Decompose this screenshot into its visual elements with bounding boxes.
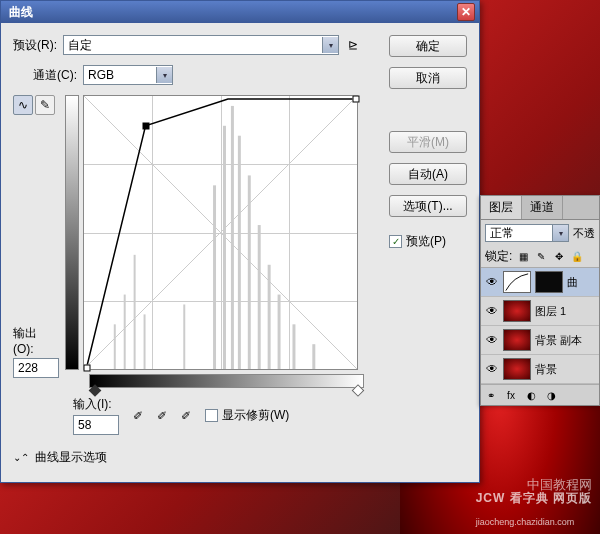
expand-options[interactable]: ⌄⌃ 曲线显示选项 <box>13 449 381 466</box>
titlebar[interactable]: 曲线 ✕ <box>1 1 479 23</box>
svg-rect-4 <box>134 255 136 369</box>
svg-rect-7 <box>213 185 216 369</box>
tab-layers[interactable]: 图层 <box>481 196 522 219</box>
link-icon[interactable]: ⚭ <box>484 388 498 402</box>
curve-tool-button[interactable]: ∿ <box>13 95 33 115</box>
options-button[interactable]: 选项(T)... <box>389 195 467 217</box>
lock-position-icon[interactable]: ✥ <box>552 250 566 264</box>
pencil-tool-button[interactable]: ✎ <box>35 95 55 115</box>
svg-rect-14 <box>278 295 281 369</box>
curve-icon: ∿ <box>18 98 28 112</box>
opacity-label: 不透 <box>573 226 595 241</box>
svg-rect-16 <box>312 344 315 369</box>
adjustment-icon[interactable]: ◑ <box>544 388 558 402</box>
svg-rect-8 <box>223 126 226 369</box>
white-slider[interactable] <box>351 384 364 397</box>
watermark-logo: JCW 看字典 网页版 jiaocheng.chazidian.com <box>476 484 592 530</box>
tab-channels[interactable]: 通道 <box>522 196 563 219</box>
svg-rect-2 <box>114 324 116 369</box>
preview-checkbox[interactable] <box>389 235 402 248</box>
svg-rect-6 <box>183 304 185 369</box>
layer-mask-thumb[interactable] <box>535 271 563 293</box>
layer-row[interactable]: 👁 背景 副本 <box>481 326 599 355</box>
show-clipping-label: 显示修剪(W) <box>222 407 289 424</box>
visibility-icon[interactable]: 👁 <box>485 275 499 289</box>
input-label: 输入(I): <box>73 396 119 413</box>
blend-mode-value: 正常 <box>490 225 514 242</box>
channel-label: 通道(C): <box>33 67 77 84</box>
svg-rect-11 <box>248 175 251 369</box>
visibility-icon[interactable]: 👁 <box>485 333 499 347</box>
svg-rect-3 <box>124 295 126 369</box>
mask-icon[interactable]: ◐ <box>524 388 538 402</box>
layer-name: 图层 1 <box>535 304 566 319</box>
cancel-button[interactable]: 取消 <box>389 67 467 89</box>
chevron-down-icon: ▾ <box>552 225 568 241</box>
svg-rect-9 <box>231 106 234 369</box>
layer-thumb[interactable] <box>503 358 531 380</box>
channel-select[interactable]: RGB ▾ <box>83 65 173 85</box>
input-gradient[interactable] <box>89 374 364 388</box>
preset-menu-icon[interactable]: ⊵ <box>345 37 361 53</box>
expand-icon: ⌄⌃ <box>13 452 29 463</box>
visibility-icon[interactable]: 👁 <box>485 362 499 376</box>
layer-row[interactable]: 👁 背景 <box>481 355 599 384</box>
black-eyedropper-icon[interactable]: ✐ <box>129 407 147 425</box>
gray-eyedropper-icon[interactable]: ✐ <box>153 407 171 425</box>
layer-row[interactable]: 👁 曲 <box>481 268 599 297</box>
preview-label: 预览(P) <box>406 233 446 250</box>
close-icon: ✕ <box>461 5 471 19</box>
svg-rect-15 <box>292 324 295 369</box>
smooth-button: 平滑(M) <box>389 131 467 153</box>
lock-all-icon[interactable]: 🔒 <box>570 250 584 264</box>
layer-footer: ⚭ fx ◐ ◑ <box>481 384 599 405</box>
auto-button[interactable]: 自动(A) <box>389 163 467 185</box>
layers-panel: 图层 通道 正常 ▾ 不透 锁定: ▦ ✎ ✥ 🔒 👁 曲 👁 图层 1 👁 背… <box>480 195 600 406</box>
lock-label: 锁定: <box>485 248 512 265</box>
svg-rect-10 <box>238 136 241 369</box>
curve-endpoint-low[interactable] <box>84 365 91 372</box>
layer-name: 背景 <box>535 362 557 377</box>
lock-transparency-icon[interactable]: ▦ <box>516 250 530 264</box>
curves-graph[interactable] <box>83 95 358 370</box>
layer-thumb[interactable] <box>503 271 531 293</box>
dialog-title: 曲线 <box>9 4 457 21</box>
layer-name: 背景 副本 <box>535 333 582 348</box>
graph-svg <box>84 96 357 369</box>
preset-label: 预设(R): <box>13 37 57 54</box>
blend-mode-select[interactable]: 正常 ▾ <box>485 224 569 242</box>
output-gradient <box>65 95 79 370</box>
visibility-icon[interactable]: 👁 <box>485 304 499 318</box>
ok-button[interactable]: 确定 <box>389 35 467 57</box>
output-input[interactable] <box>13 358 59 378</box>
chevron-down-icon: ▾ <box>156 67 172 83</box>
preset-value: 自定 <box>68 37 92 54</box>
svg-rect-12 <box>258 225 261 369</box>
lock-pixels-icon[interactable]: ✎ <box>534 250 548 264</box>
chevron-down-icon: ▾ <box>322 37 338 53</box>
svg-rect-13 <box>268 265 271 369</box>
layer-row[interactable]: 👁 图层 1 <box>481 297 599 326</box>
output-label: 输出(O): <box>13 325 57 356</box>
curves-dialog: 曲线 ✕ 预设(R): 自定 ▾ ⊵ 通道(C): RGB ▾ <box>0 0 480 483</box>
black-slider[interactable] <box>89 384 102 397</box>
curve-point[interactable] <box>143 123 150 130</box>
preset-select[interactable]: 自定 ▾ <box>63 35 339 55</box>
svg-rect-5 <box>144 314 146 369</box>
pencil-icon: ✎ <box>40 98 50 112</box>
channel-value: RGB <box>88 68 114 82</box>
show-clipping-checkbox[interactable] <box>205 409 218 422</box>
layer-thumb[interactable] <box>503 300 531 322</box>
white-eyedropper-icon[interactable]: ✐ <box>177 407 195 425</box>
layer-name: 曲 <box>567 275 578 290</box>
layer-thumb[interactable] <box>503 329 531 351</box>
curve-endpoint-high[interactable] <box>353 96 360 103</box>
expand-label: 曲线显示选项 <box>35 449 107 466</box>
close-button[interactable]: ✕ <box>457 3 475 21</box>
input-input[interactable] <box>73 415 119 435</box>
fx-icon[interactable]: fx <box>504 388 518 402</box>
